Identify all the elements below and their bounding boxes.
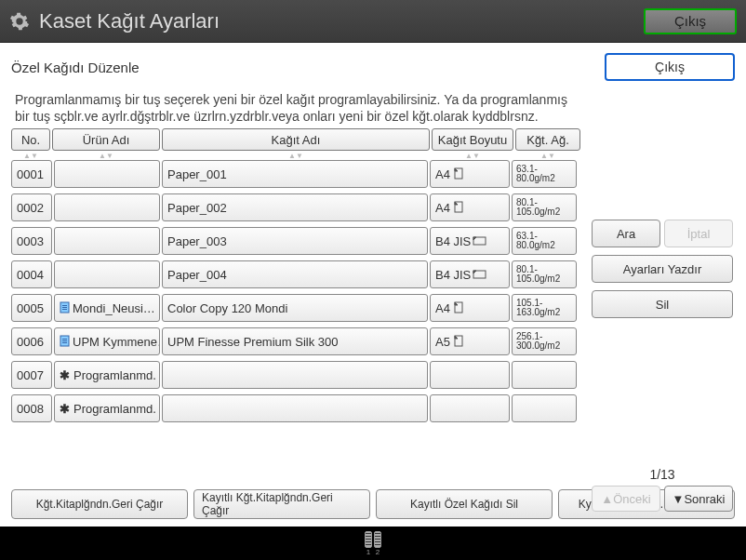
cell-size[interactable]: B4 JIS (430, 260, 510, 288)
cell-weight[interactable]: 80.1-105.0g/m2 (512, 193, 577, 221)
cell-name[interactable]: Paper_001 (162, 160, 428, 188)
titlebar: Kaset Kağıt Ayarları Çıkış (0, 0, 746, 43)
cell-no[interactable]: 0007 (11, 361, 52, 389)
search-button[interactable]: Ara (592, 220, 660, 247)
cell-product[interactable] (54, 227, 160, 255)
exit-button[interactable]: Çıkış (644, 8, 737, 34)
svg-rect-10 (62, 339, 67, 340)
cell-weight[interactable]: 105.1-163.0g/m2 (512, 294, 577, 322)
table-row[interactable]: 0006UPM Kymmene…UPM Finesse Premium Silk… (11, 327, 735, 355)
cell-no[interactable]: 0006 (11, 327, 52, 355)
sort-arrow-icon: ▲▼ (11, 152, 50, 159)
cell-weight[interactable] (512, 361, 577, 389)
cell-no[interactable]: 0003 (11, 227, 52, 255)
cell-size[interactable] (430, 394, 510, 422)
delete-button[interactable]: Sil (592, 290, 733, 318)
cell-product[interactable]: ✱Programlanmd. (54, 361, 160, 389)
table-row[interactable]: 0007✱Programlanmd. (11, 361, 735, 389)
print-settings-button[interactable]: Ayarları Yazdır (592, 255, 733, 283)
cell-size[interactable]: A4 (430, 160, 510, 188)
cell-weight[interactable]: 80.1-105.0g/m2 (512, 260, 577, 288)
svg-rect-11 (62, 340, 67, 341)
toner-indicator: 1 2 (365, 531, 381, 556)
cell-no[interactable]: 0008 (11, 394, 52, 422)
svg-rect-5 (62, 305, 67, 306)
header-weight[interactable]: Kğt. Ağ. (515, 128, 580, 151)
instructions: Programlanmamış bir tuş seçerek yeni bir… (15, 91, 735, 125)
sub-title: Özel Kağıdı Düzenle (11, 60, 605, 75)
cell-size[interactable]: A5 (430, 327, 510, 355)
cell-product[interactable] (54, 193, 160, 221)
sort-arrow-icon: ▲▼ (432, 152, 513, 159)
cell-product[interactable]: Mondi_Neusi… (54, 294, 160, 322)
cancel-button: İptal (664, 220, 733, 247)
sort-arrow-icon: ▲▼ (52, 152, 160, 159)
cell-no[interactable]: 0001 (11, 160, 52, 188)
svg-rect-12 (62, 342, 67, 343)
header-product[interactable]: Ürün Adı (52, 128, 160, 151)
sort-arrows: ▲▼ ▲▼ ▲▼ ▲▼ ▲▼ (11, 152, 735, 159)
table-header-row: No. Ürün Adı Kağıt Adı Kağıt Boyutu Kğt.… (11, 128, 735, 151)
instruction-line-1: Programlanmamış bir tuş seçerek yeni bir… (15, 91, 735, 108)
cell-weight[interactable]: 63.1-80.0g/m2 (512, 227, 577, 255)
delete-saved-custom-button[interactable]: Kayıtlı Özel Kağıdı Sil (376, 489, 553, 519)
close-button[interactable]: Çıkış (605, 53, 735, 81)
table-row[interactable]: 0002Paper_002A480.1-105.0g/m2 (11, 193, 735, 221)
toner-label-2: 2 (374, 548, 381, 556)
prev-page-button: ▲ Önceki (592, 486, 660, 512)
footer: 1 2 (0, 527, 746, 560)
cell-size[interactable] (430, 361, 510, 389)
cell-product[interactable]: ✱Programlanmd. (54, 394, 160, 422)
cell-size[interactable]: A4 (430, 294, 510, 322)
pager: 1/13 ▲ Önceki ▼ Sonraki (592, 467, 733, 512)
page-title: Kaset Kağıt Ayarları (39, 9, 644, 33)
cell-product[interactable] (54, 160, 160, 188)
app-window: Kaset Kağıt Ayarları Çıkış Özel Kağıdı D… (0, 0, 746, 560)
cell-name[interactable]: Paper_004 (162, 260, 428, 288)
cell-name[interactable]: Paper_002 (162, 193, 428, 221)
instruction-line-2: bir tuş sçblr.ve ayrlr.dğştrblr.ve üzrlr… (15, 108, 735, 125)
svg-rect-7 (62, 309, 67, 310)
cell-size[interactable]: B4 JIS (430, 227, 510, 255)
cell-no[interactable]: 0004 (11, 260, 52, 288)
cell-name[interactable]: Color Copy 120 Mondi (162, 294, 428, 322)
sort-arrow-icon: ▲▼ (515, 152, 580, 159)
cell-weight[interactable]: 256.1-300.0g/m2 (512, 327, 577, 355)
toner-label-1: 1 (365, 548, 372, 556)
content-area: Özel Kağıdı Düzenle Çıkış Programlanmamı… (0, 43, 746, 527)
header-no[interactable]: No. (11, 128, 50, 151)
table-row[interactable]: 0001Paper_001A463.1-80.0g/m2 (11, 160, 735, 188)
cell-weight[interactable]: 63.1-80.0g/m2 (512, 160, 577, 188)
cell-name[interactable] (162, 361, 428, 389)
sort-arrow-icon: ▲▼ (162, 152, 430, 159)
cell-weight[interactable] (512, 394, 577, 422)
cell-size[interactable]: A4 (430, 193, 510, 221)
toner-bar-icon (374, 531, 381, 548)
header-name[interactable]: Kağıt Adı (162, 128, 430, 151)
cell-no[interactable]: 0005 (11, 294, 52, 322)
side-buttons: Ara İptal Ayarları Yazdır Sil (592, 220, 733, 318)
cell-name[interactable]: Paper_003 (162, 227, 428, 255)
cell-product[interactable]: UPM Kymmene… (54, 327, 160, 355)
cell-name[interactable]: UPM Finesse Premium Silk 300 (162, 327, 428, 355)
next-page-button[interactable]: ▼ Sonraki (664, 486, 733, 512)
recall-from-library-button[interactable]: Kğt.Kitaplğndn.Geri Çağır (11, 489, 188, 519)
header-size[interactable]: Kağıt Boyutu (432, 128, 513, 151)
toner-bar-icon (365, 531, 372, 548)
cell-no[interactable]: 0002 (11, 193, 52, 221)
gear-icon (9, 11, 30, 32)
recall-saved-library-button[interactable]: Kayıtlı Kğt.Kitaplğndn.Geri Çağır (193, 489, 370, 519)
svg-rect-6 (62, 307, 67, 308)
page-indicator: 1/13 (592, 467, 733, 482)
table-row[interactable]: 0008✱Programlanmd. (11, 394, 735, 422)
cell-name[interactable] (162, 394, 428, 422)
cell-product[interactable] (54, 260, 160, 288)
subheader: Özel Kağıdı Düzenle Çıkış (11, 52, 735, 82)
